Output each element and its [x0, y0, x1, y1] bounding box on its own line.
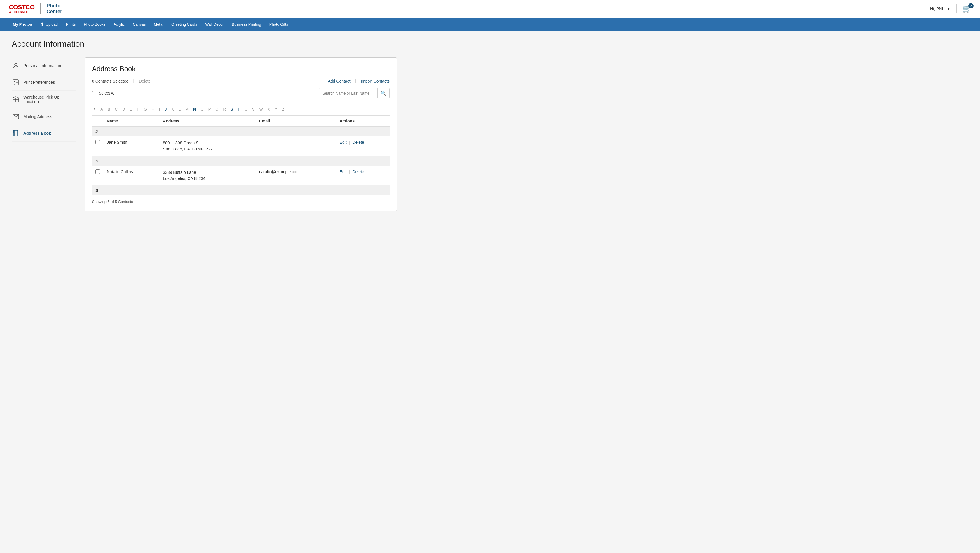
- nav-item-photo-books[interactable]: Photo Books: [80, 19, 110, 30]
- search-button[interactable]: 🔍: [377, 88, 389, 98]
- alpha-char-b[interactable]: B: [106, 106, 112, 113]
- header: COSTCO WHOLESALE Photo Center Hi, PNI1 ▼…: [0, 0, 980, 18]
- alpha-char-i[interactable]: I: [157, 106, 162, 113]
- search-row: Select All 🔍: [92, 88, 390, 98]
- nav-item-prints[interactable]: Prints: [62, 19, 80, 30]
- user-label: Hi, PNI1: [930, 6, 945, 11]
- nav-label-metal: Metal: [154, 22, 163, 27]
- contacts-table: Name Address Email Actions JJane Smith80…: [92, 116, 390, 195]
- alpha-char-k[interactable]: K: [170, 106, 176, 113]
- alpha-char-e[interactable]: E: [128, 106, 134, 113]
- nav-label-acrylic: Acrylic: [113, 22, 125, 27]
- header-right: Hi, PNI1 ▼ 🛒 7: [930, 5, 971, 13]
- alpha-char-v[interactable]: V: [250, 106, 256, 113]
- edit-contact-button[interactable]: Edit: [340, 170, 347, 174]
- alpha-char-z[interactable]: Z: [280, 106, 286, 113]
- svg-point-2: [14, 81, 15, 82]
- alpha-char-m[interactable]: M: [184, 106, 190, 113]
- action-pipe: |: [349, 140, 350, 145]
- alpha-char-f[interactable]: F: [135, 106, 141, 113]
- toolbar-delete-button[interactable]: Delete: [139, 79, 151, 83]
- search-input[interactable]: [319, 89, 377, 97]
- nav-label-canvas: Canvas: [133, 22, 146, 27]
- contact-email: [256, 136, 336, 156]
- alpha-char-g[interactable]: G: [142, 106, 148, 113]
- nav-item-photo-gifts[interactable]: Photo Gifts: [265, 19, 292, 30]
- alpha-char-r[interactable]: R: [221, 106, 228, 113]
- sidebar-item-print-preferences[interactable]: Print Preferences: [12, 74, 76, 91]
- nav-item-canvas[interactable]: Canvas: [129, 19, 150, 30]
- contact-name: Jane Smith: [103, 136, 159, 156]
- select-all-label[interactable]: Select All: [92, 91, 116, 95]
- alphabet-nav: #ABCDEFGHIJKLMNOPQRSTUVWXYZ: [92, 103, 390, 116]
- contact-actions: Edit|Delete: [336, 136, 390, 156]
- nav-item-upload[interactable]: ⬆ Upload: [36, 18, 62, 31]
- alpha-char-j[interactable]: J: [163, 106, 169, 113]
- import-contacts-button[interactable]: Import Contacts: [361, 79, 390, 83]
- nav-label-upload: Upload: [46, 22, 58, 27]
- nav-label-business-printing: Business Printing: [232, 22, 261, 27]
- sidebar: Personal Information Print Preferences W…: [12, 57, 76, 211]
- alpha-char-n[interactable]: N: [191, 106, 197, 113]
- building-icon: [12, 95, 20, 103]
- select-all-checkbox[interactable]: [92, 91, 96, 95]
- alpha-char-d[interactable]: D: [121, 106, 127, 113]
- nav-item-business-printing[interactable]: Business Printing: [228, 19, 265, 30]
- photo-center-label: Photo Center: [46, 3, 62, 15]
- alpha-char-s[interactable]: S: [229, 106, 235, 113]
- add-contact-button[interactable]: Add Contact: [328, 79, 350, 83]
- alpha-char-q[interactable]: Q: [214, 106, 220, 113]
- nav-item-wall-decor[interactable]: Wall Décor: [201, 19, 228, 30]
- alpha-char-l[interactable]: L: [177, 106, 182, 113]
- sidebar-label-warehouse-pickup: Warehouse Pick Up Location: [23, 95, 76, 104]
- alpha-char-o[interactable]: O: [199, 106, 205, 113]
- section-header-j: J: [92, 126, 390, 136]
- cart-area[interactable]: 🛒 7: [963, 5, 971, 13]
- nav-item-greeting-cards[interactable]: Greeting Cards: [167, 19, 201, 30]
- col-checkbox: [92, 116, 103, 127]
- alpha-char-t[interactable]: T: [236, 106, 242, 113]
- address-book-panel: Address Book 0 Contacts Selected | Delet…: [84, 57, 397, 211]
- alpha-char-u[interactable]: U: [243, 106, 249, 113]
- delete-contact-button[interactable]: Delete: [352, 140, 364, 145]
- nav-label-greeting-cards: Greeting Cards: [171, 22, 197, 27]
- alpha-char-y[interactable]: Y: [273, 106, 279, 113]
- svg-point-0: [14, 63, 17, 66]
- nav-label-wall-decor: Wall Décor: [205, 22, 224, 27]
- col-address: Address: [159, 116, 256, 127]
- contacts-selected-label: 0 Contacts Selected: [92, 79, 129, 83]
- col-name: Name: [103, 116, 159, 127]
- alpha-char-w[interactable]: W: [258, 106, 265, 113]
- alpha-char-p[interactable]: P: [207, 106, 213, 113]
- ab-toolbar: 0 Contacts Selected | Delete Add Contact…: [92, 79, 390, 83]
- contact-checkbox-2[interactable]: [95, 170, 100, 174]
- nav-item-my-photos[interactable]: My Photos: [9, 19, 36, 30]
- delete-contact-button[interactable]: Delete: [352, 170, 364, 174]
- alpha-char-c[interactable]: C: [113, 106, 119, 113]
- nav-item-acrylic[interactable]: Acrylic: [110, 19, 129, 30]
- edit-contact-button[interactable]: Edit: [340, 140, 347, 145]
- table-row: Natalie Collins3339 Buffalo LaneLos Ange…: [92, 166, 390, 185]
- nav-label-photo-gifts: Photo Gifts: [269, 22, 288, 27]
- sidebar-item-address-book[interactable]: Address Book: [12, 125, 76, 142]
- contact-address: 800 ... 898 Green StSan Diego, CA 92154-…: [159, 136, 256, 156]
- sidebar-item-personal-info[interactable]: Personal Information: [12, 57, 76, 74]
- header-divider: [956, 5, 957, 13]
- cart-badge: 7: [968, 3, 974, 8]
- toolbar-pipe: |: [133, 79, 134, 83]
- sidebar-item-mailing-address[interactable]: Mailing Address: [12, 108, 76, 125]
- alpha-char-h[interactable]: H: [150, 106, 156, 113]
- nav-item-metal[interactable]: Metal: [150, 19, 167, 30]
- alpha-char-x[interactable]: X: [266, 106, 272, 113]
- user-icon: [12, 62, 20, 70]
- contact-address: 3339 Buffalo LaneLos Angeles, CA 88234: [159, 166, 256, 185]
- address-book-icon: [12, 129, 20, 137]
- user-greeting[interactable]: Hi, PNI1 ▼: [930, 6, 951, 11]
- col-email: Email: [256, 116, 336, 127]
- alpha-char-a[interactable]: A: [99, 106, 105, 113]
- contact-checkbox-1[interactable]: [95, 140, 100, 145]
- showing-label: Showing 5 of 5 Contacts: [92, 195, 390, 204]
- sidebar-item-warehouse-pickup[interactable]: Warehouse Pick Up Location: [12, 91, 76, 108]
- upload-icon: ⬆: [40, 22, 44, 27]
- costco-logo[interactable]: COSTCO WHOLESALE: [9, 4, 35, 13]
